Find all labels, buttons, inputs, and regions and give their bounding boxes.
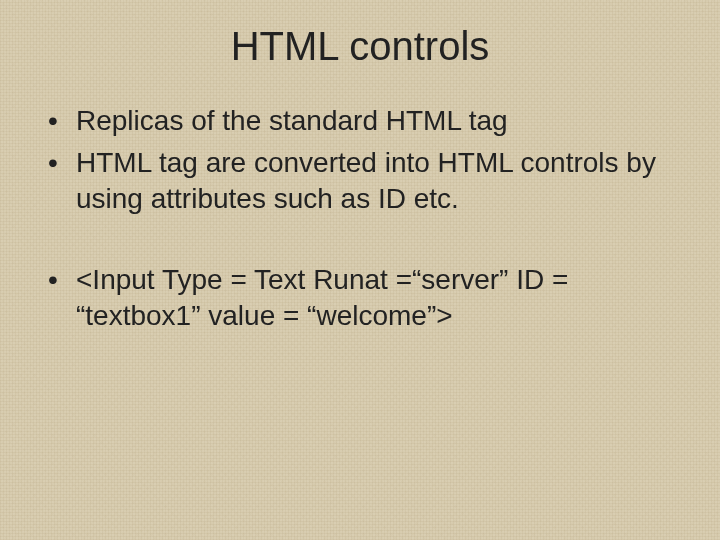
bullet-item: Replicas of the standard HTML tag <box>40 103 680 139</box>
slide: HTML controls Replicas of the standard H… <box>0 0 720 540</box>
slide-title: HTML controls <box>40 24 680 69</box>
spacer <box>40 222 680 262</box>
bullet-list-1: Replicas of the standard HTML tag HTML t… <box>40 103 680 216</box>
bullet-item: HTML tag are converted into HTML control… <box>40 145 680 217</box>
bullet-item: <Input Type = Text Runat =“server” ID = … <box>40 262 680 334</box>
bullet-list-2: <Input Type = Text Runat =“server” ID = … <box>40 262 680 334</box>
